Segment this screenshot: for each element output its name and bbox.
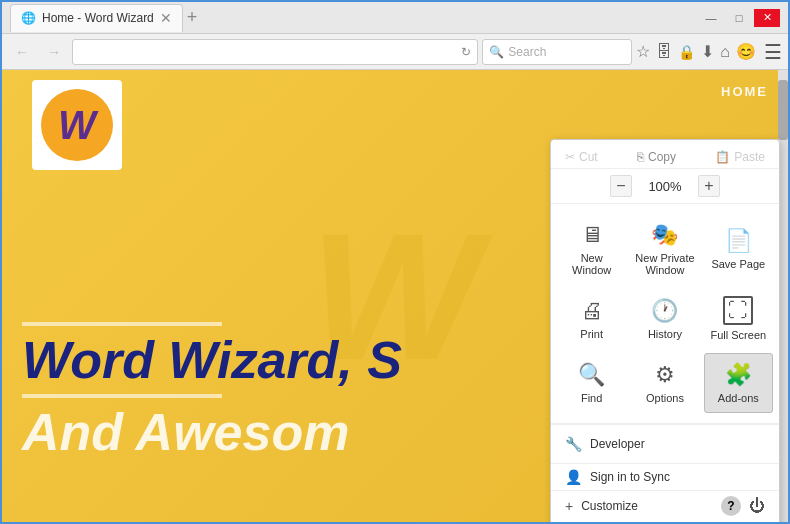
tab-title: Home - Word Wizard — [42, 11, 154, 25]
save-page-item[interactable]: 📄 Save Page — [704, 214, 773, 284]
search-placeholder: Search — [508, 45, 546, 59]
paste-label: Paste — [734, 150, 765, 164]
new-window-label: New Window — [561, 252, 622, 276]
find-icon: 🔍 — [578, 362, 605, 388]
logo-area: W — [32, 80, 122, 170]
new-private-label: New Private Window — [635, 252, 694, 276]
refresh-icon[interactable]: ↻ — [461, 45, 471, 59]
active-tab[interactable]: 🌐 Home - Word Wizard ✕ — [10, 4, 183, 32]
home-icon[interactable]: ⌂ — [720, 43, 730, 61]
page-nav-home[interactable]: HOME — [721, 84, 768, 99]
pocket-icon[interactable]: 🔒 — [678, 44, 695, 60]
sync-item[interactable]: 👤 Sign in to Sync — [551, 464, 779, 490]
logo-circle: W — [41, 89, 113, 161]
new-window-item[interactable]: 🖥 New Window — [557, 214, 626, 284]
hero-divider — [22, 322, 222, 326]
back-button[interactable]: ← — [8, 38, 36, 66]
fullscreen-icon: ⛶ — [723, 296, 753, 325]
menu-bottom-section: 🔧 Developer — [551, 424, 779, 463]
customize-plus-icon: + — [565, 498, 573, 514]
save-page-icon: 📄 — [725, 228, 752, 254]
firefox-menu: ✂ Cut ⎘ Copy 📋 Paste − 100% + — [550, 139, 780, 522]
help-button[interactable]: ? — [721, 496, 741, 516]
sync-icon[interactable]: 😊 — [736, 42, 756, 61]
forward-button[interactable]: → — [40, 38, 68, 66]
options-item[interactable]: ⚙ Options — [630, 353, 699, 413]
cut-button[interactable]: ✂ Cut — [565, 150, 598, 164]
menu-edit-row: ✂ Cut ⎘ Copy 📋 Paste — [551, 146, 779, 169]
search-box[interactable]: 🔍 Search — [482, 39, 632, 65]
tab-close-button[interactable]: ✕ — [160, 10, 172, 26]
customize-label[interactable]: Customize — [581, 499, 638, 513]
reading-list-icon[interactable]: 🗄 — [656, 43, 672, 61]
save-page-label: Save Page — [711, 258, 765, 270]
copy-icon: ⎘ — [637, 150, 644, 164]
addons-icon: 🧩 — [725, 362, 752, 388]
developer-icon: 🔧 — [565, 436, 582, 452]
logo-letter: W — [58, 103, 96, 148]
maximize-button[interactable]: □ — [726, 9, 752, 27]
options-icon: ⚙ — [655, 362, 675, 388]
bookmark-icon[interactable]: ☆ — [636, 42, 650, 61]
hamburger-menu-button[interactable]: ☰ — [764, 40, 782, 64]
zoom-in-button[interactable]: + — [698, 175, 720, 197]
hero-divider-2 — [22, 394, 222, 398]
print-label: Print — [580, 328, 603, 340]
download-icon[interactable]: ⬇ — [701, 42, 714, 61]
minimize-button[interactable]: — — [698, 9, 724, 27]
page-nav: HOME — [721, 84, 768, 99]
sync-icon: 👤 — [565, 469, 582, 485]
fullscreen-label: Full Screen — [711, 329, 767, 341]
window-controls: — □ ✕ — [698, 9, 780, 27]
menu-grid: 🖥 New Window 🎭 New Private Window 📄 Save… — [551, 204, 779, 424]
title-bar: 🌐 Home - Word Wizard ✕ + — □ ✕ — [2, 2, 788, 34]
hero-section: Word Wizard, S And Awesom — [22, 318, 402, 462]
new-tab-button[interactable]: + — [187, 7, 198, 28]
paste-button[interactable]: 📋 Paste — [715, 150, 765, 164]
find-label: Find — [581, 392, 602, 404]
zoom-out-button[interactable]: − — [610, 175, 632, 197]
new-window-icon: 🖥 — [581, 222, 603, 248]
menu-footer-divider: 👤 Sign in to Sync + Customize ? ⏻ — [551, 463, 779, 521]
toolbar-icons: ☆ 🗄 🔒 ⬇ ⌂ 😊 ☰ — [636, 40, 782, 64]
nav-bar: ← → ↻ 🔍 Search ☆ 🗄 🔒 ⬇ ⌂ 😊 ☰ — [2, 34, 788, 70]
developer-label: Developer — [590, 437, 645, 451]
power-button[interactable]: ⏻ — [749, 497, 765, 515]
history-icon: 🕐 — [651, 298, 678, 324]
zoom-row: − 100% + — [551, 169, 779, 204]
new-private-window-item[interactable]: 🎭 New Private Window — [630, 214, 699, 284]
menu-footer: + Customize ? ⏻ — [551, 490, 779, 521]
options-label: Options — [646, 392, 684, 404]
page-content: W W HOME Word Wizard, S And Awesom — [2, 70, 788, 522]
find-item[interactable]: 🔍 Find — [557, 353, 626, 413]
cut-label: Cut — [579, 150, 598, 164]
developer-item[interactable]: 🔧 Developer — [565, 431, 765, 457]
private-window-icon: 🎭 — [651, 222, 678, 248]
fullscreen-item[interactable]: ⛶ Full Screen — [704, 288, 773, 349]
scrollbar-thumb[interactable] — [778, 80, 788, 140]
hero-subtitle: And Awesom — [22, 402, 402, 462]
history-item[interactable]: 🕐 History — [630, 288, 699, 349]
browser-window: 🌐 Home - Word Wizard ✕ + — □ ✕ ← → ↻ 🔍 S… — [0, 0, 790, 524]
sync-label: Sign in to Sync — [590, 470, 670, 484]
print-item[interactable]: 🖨 Print — [557, 288, 626, 349]
addons-label: Add-ons — [718, 392, 759, 404]
copy-label: Copy — [648, 150, 676, 164]
hero-title: Word Wizard, S — [22, 330, 402, 390]
close-button[interactable]: ✕ — [754, 9, 780, 27]
addons-item[interactable]: 🧩 Add-ons — [704, 353, 773, 413]
copy-button[interactable]: ⎘ Copy — [637, 150, 676, 164]
scissors-icon: ✂ — [565, 150, 575, 164]
clipboard-icon: 📋 — [715, 150, 730, 164]
print-icon: 🖨 — [581, 298, 603, 324]
zoom-level: 100% — [640, 179, 690, 194]
history-label: History — [648, 328, 682, 340]
address-bar[interactable]: ↻ — [72, 39, 478, 65]
logo-box: W — [32, 80, 122, 170]
search-icon: 🔍 — [489, 45, 504, 59]
